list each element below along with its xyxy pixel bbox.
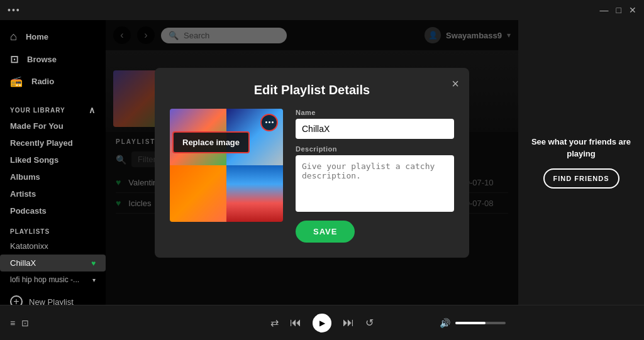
library-section-label: YOUR LIBRARY ∧ (0, 97, 106, 118)
sidebar-item-katatonixx[interactable]: Katatonixx (0, 238, 106, 255)
grid-img-4 (226, 165, 283, 222)
volume-icon[interactable]: 🔊 (440, 318, 450, 328)
sidebar-item-chillax[interactable]: ChillaX ♥ (0, 255, 106, 271)
sidebar-item-podcasts[interactable]: Podcasts (0, 202, 106, 219)
player-controls: ⇄ ⏮ ▶ ⏭ ↺ (270, 314, 374, 332)
lofi-expand-icon: ▾ (92, 277, 96, 283)
sidebar-nav: ⌂ Home ⊡ Browse 📻 Radio (0, 20, 106, 97)
player-bar: ≡ ⊡ ⇄ ⏮ ▶ ⏭ ↺ 🔊 (0, 305, 644, 340)
radio-icon: 📻 (10, 75, 23, 87)
modal-close-button[interactable]: × (452, 77, 459, 91)
volume-fill (455, 322, 486, 324)
browse-icon: ⊡ (10, 53, 18, 65)
sidebar-item-lofi[interactable]: lofi hip hop music -... ▾ (0, 271, 106, 288)
right-panel: See what your friends are playing FIND F… (518, 20, 644, 305)
image-options-button[interactable] (260, 114, 278, 131)
find-friends-button[interactable]: FIND FRIENDS (543, 168, 619, 189)
close-button[interactable]: ✕ (629, 5, 636, 15)
replace-image-tooltip[interactable]: Replace image (172, 131, 250, 153)
three-dots-menu[interactable]: ••• (8, 5, 21, 15)
save-button[interactable]: SAVE (296, 221, 355, 243)
play-pause-button[interactable]: ▶ (313, 314, 331, 332)
new-playlist-button[interactable]: + New Playlist (0, 290, 106, 305)
repeat-button[interactable]: ↺ (365, 317, 374, 329)
volume-section: 🔊 (440, 318, 506, 328)
modal-fields: Name Description SAVE (296, 109, 454, 243)
modal-overlay: Edit Playlist Details × (106, 20, 518, 305)
minimize-button[interactable]: — (600, 5, 609, 15)
sidebar-item-made-for-you[interactable]: Made For You (0, 118, 106, 134)
description-field-input[interactable] (296, 155, 454, 212)
sidebar-item-home[interactable]: ⌂ Home (0, 25, 106, 48)
next-button[interactable]: ⏭ (343, 316, 354, 329)
library-chevron[interactable]: ∧ (89, 105, 96, 115)
devices-icon[interactable]: ⊡ (21, 318, 29, 328)
name-field-input[interactable] (296, 119, 454, 139)
sidebar-item-recently-played[interactable]: Recently Played (0, 134, 106, 151)
sidebar: ⌂ Home ⊡ Browse 📻 Radio YOUR LIBRARY ∧ M… (0, 20, 106, 305)
description-field-label: Description (296, 145, 454, 153)
sidebar-item-browse[interactable]: ⊡ Browse (0, 48, 106, 70)
previous-button[interactable]: ⏮ (290, 316, 301, 329)
queue-icon[interactable]: ≡ (10, 318, 15, 328)
name-field-label: Name (296, 109, 454, 116)
modal-title: Edit Playlist Details (170, 83, 454, 97)
sidebar-item-radio[interactable]: 📻 Radio (0, 70, 106, 92)
edit-playlist-modal: Edit Playlist Details × (155, 68, 469, 258)
home-icon: ⌂ (10, 30, 17, 43)
friends-panel-text: See what your friends are playing (531, 136, 631, 159)
playlist-image-section: Replace image (170, 109, 283, 243)
playlists-section-label: PLAYLISTS (0, 219, 106, 238)
shuffle-button[interactable]: ⇄ (270, 317, 279, 329)
player-extra-left: ≡ ⊡ (10, 318, 29, 328)
plus-circle-icon: + (10, 295, 23, 305)
sidebar-item-artists[interactable]: Artists (0, 185, 106, 202)
maximize-button[interactable]: □ (616, 5, 621, 15)
sidebar-item-albums[interactable]: Albums (0, 168, 106, 185)
grid-img-3 (170, 165, 226, 222)
sidebar-item-liked-songs[interactable]: Liked Songs (0, 151, 106, 168)
volume-bar[interactable] (455, 322, 506, 324)
chillax-heart-icon: ♥ (91, 259, 96, 268)
